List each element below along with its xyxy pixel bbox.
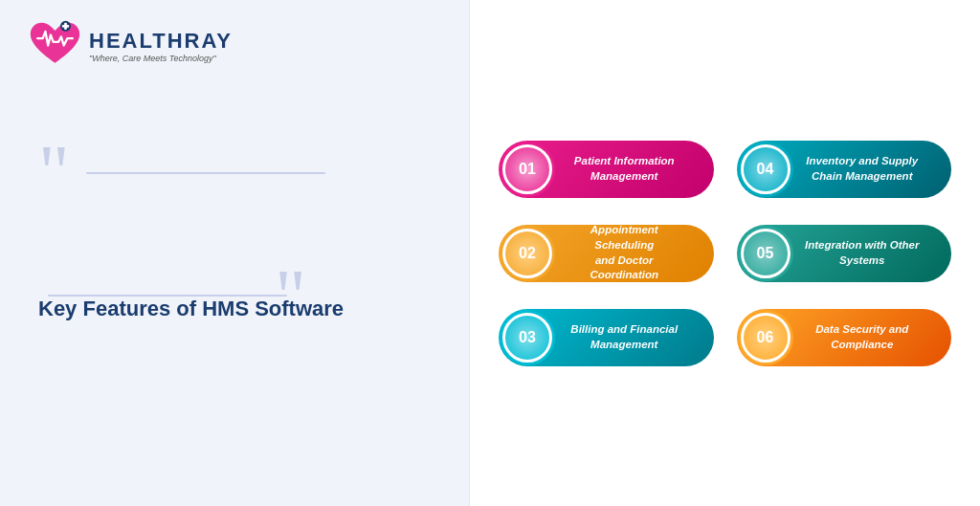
feature-number-03: 03 <box>502 313 552 363</box>
feature-card-02: 02Appointment Schedulingand Doctor Coord… <box>499 225 714 282</box>
feature-number-01: 01 <box>502 144 552 194</box>
logo-text-block: HEALTHRAY "Where, Care Meets Technology" <box>89 29 233 63</box>
feature-label-05: Integration with OtherSystems <box>791 238 939 268</box>
features-grid: 01Patient InformationManagement04Invento… <box>470 112 980 395</box>
feature-card-04: 04Inventory and SupplyChain Management <box>737 141 952 198</box>
feature-card-03: 03Billing and FinancialManagement <box>499 309 714 366</box>
right-panel: 01Patient InformationManagement04Invento… <box>469 0 980 506</box>
feature-label-03: Billing and FinancialManagement <box>552 322 701 352</box>
feature-card-01: 01Patient InformationManagement <box>499 141 714 198</box>
logo-icon <box>29 19 81 72</box>
open-quote-mark: " <box>38 134 70 210</box>
feature-label-04: Inventory and SupplyChain Management <box>791 154 939 184</box>
main-title: Key Features of HMS Software <box>38 297 344 321</box>
feature-number-02: 02 <box>502 229 552 278</box>
logo-area: HEALTHRAY "Where, Care Meets Technology" <box>29 19 233 72</box>
feature-card-05: 05Integration with OtherSystems <box>737 225 952 282</box>
quote-line-top <box>86 172 325 174</box>
feature-number-05: 05 <box>741 229 791 278</box>
left-panel: HEALTHRAY "Where, Care Meets Technology"… <box>0 0 469 506</box>
feature-label-06: Data Security andCompliance <box>791 322 939 352</box>
svg-rect-2 <box>62 25 69 28</box>
logo-name: HEALTHRAY <box>89 29 233 54</box>
feature-label-02: Appointment Schedulingand Doctor Coordin… <box>552 223 701 282</box>
feature-card-06: 06Data Security andCompliance <box>737 309 952 366</box>
feature-number-04: 04 <box>741 144 791 194</box>
logo-tagline: "Where, Care Meets Technology" <box>89 54 233 63</box>
feature-number-06: 06 <box>741 313 791 363</box>
feature-label-01: Patient InformationManagement <box>552 154 701 184</box>
